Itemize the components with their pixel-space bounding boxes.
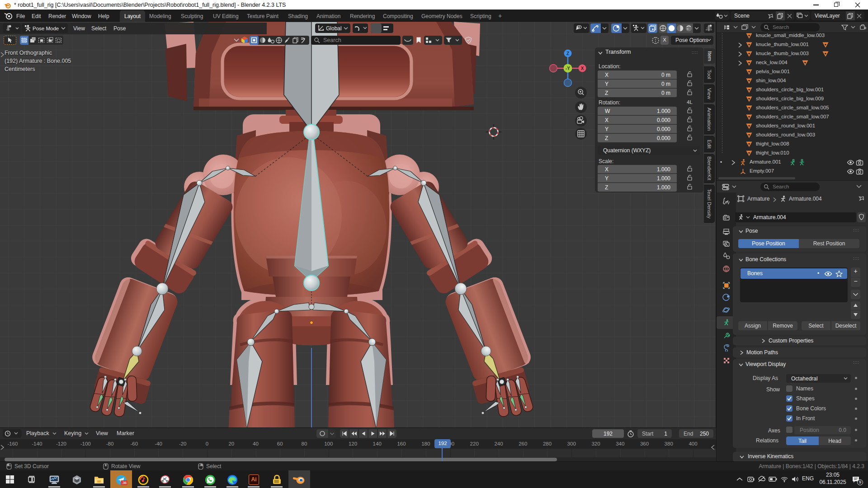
svg-text:Z: Z	[566, 51, 569, 56]
svg-text:X: X	[581, 66, 584, 71]
svg-text:-Y: -Y	[566, 66, 570, 71]
